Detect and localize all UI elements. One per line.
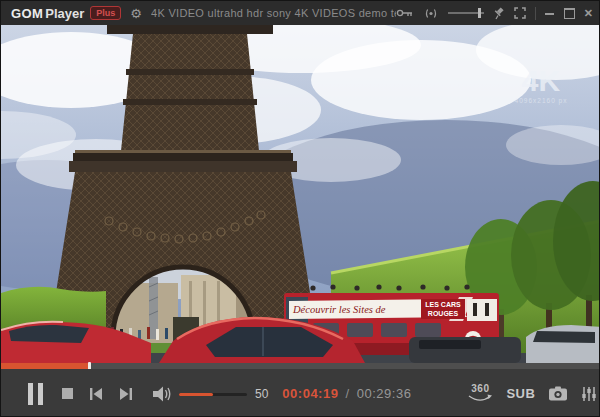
watermark-title: 4K [522, 64, 561, 97]
equalizer-button[interactable] [581, 386, 597, 402]
current-time: 00:04:19 [282, 386, 338, 401]
video-scene: Découvrir les Sites de avec LES CARS ROU… [1, 25, 600, 363]
maximize-button[interactable] [564, 8, 575, 19]
volume-button[interactable] [152, 386, 172, 402]
total-time: 00:29:36 [357, 386, 412, 401]
titlebar-slider[interactable] [448, 7, 484, 19]
bus-logo-line1: LES CARS [425, 301, 461, 308]
key-icon[interactable] [396, 8, 414, 18]
titlebar-slider-handle[interactable] [478, 8, 481, 18]
minimize-button[interactable] [545, 7, 555, 19]
control-bar: 50 00:04:19 / 00:29:36 360 SUB [1, 369, 600, 417]
view-360-arc-icon [467, 394, 493, 403]
window-title: 4K VIDEO ultrahd hdr sony 4K VIDEOS demo… [151, 7, 396, 19]
titlebar-separator [535, 7, 536, 20]
app-logo: GOM Player [11, 6, 84, 21]
titlebar[interactable]: GOM Player Plus ⚙ 4K VIDEO ultrahd hdr s… [1, 1, 600, 25]
pin-icon[interactable] [493, 7, 505, 20]
close-button[interactable]: ✕ [584, 8, 593, 19]
app-name-bold: GOM [11, 6, 43, 21]
next-icon [119, 387, 133, 401]
video-frame[interactable]: Découvrir les Sites de avec LES CARS ROU… [1, 25, 600, 363]
time-separator: / [346, 386, 350, 401]
gear-icon[interactable]: ⚙ [130, 7, 142, 20]
subtitles-button[interactable]: SUB [506, 386, 535, 401]
bus-banner-text: Découvrir les Sites de [292, 304, 386, 315]
bus-logo-line2: ROUGES [428, 310, 459, 317]
volume-fill[interactable] [179, 393, 213, 396]
snapshot-button[interactable] [548, 386, 568, 401]
car-suv-dark [409, 337, 521, 363]
watermark-subtitle: 4096x2160 px [515, 97, 568, 105]
time-display: 00:04:19 / 00:29:36 [282, 386, 411, 401]
app-name-rest: Player [45, 6, 84, 21]
watermark-4k: 4K 4096x2160 px [515, 64, 568, 105]
camera-icon [548, 386, 568, 401]
view-360-label: 360 [471, 384, 489, 394]
speaker-icon [152, 386, 172, 402]
volume-slider[interactable] [179, 388, 247, 400]
stop-button[interactable] [62, 388, 73, 399]
gom-player-window: GOM Player Plus ⚙ 4K VIDEO ultrahd hdr s… [0, 0, 600, 417]
fullscreen-icon[interactable] [514, 7, 526, 19]
next-button[interactable] [119, 387, 133, 401]
broadcast-icon[interactable] [423, 8, 439, 19]
car-right-silver [526, 325, 600, 363]
equalizer-icon [581, 386, 597, 402]
volume-value: 50 [255, 387, 268, 401]
previous-icon [89, 387, 103, 401]
view-360-button[interactable]: 360 [467, 384, 493, 403]
plus-badge: Plus [90, 6, 121, 20]
previous-button[interactable] [89, 387, 103, 401]
pause-button[interactable] [28, 383, 43, 405]
